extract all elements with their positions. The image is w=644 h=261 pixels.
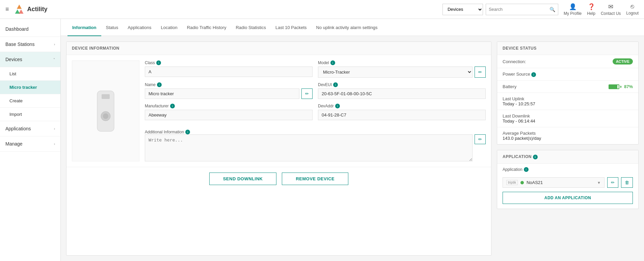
deveui-info-icon[interactable]: i <box>333 82 338 87</box>
sidebar-item-import[interactable]: Import <box>0 108 60 121</box>
remove-device-button[interactable]: REMOVE DEVICE <box>282 173 348 185</box>
deveui-field-group: DevEUI i <box>318 82 486 99</box>
search-type-dropdown[interactable]: Devices <box>442 4 483 15</box>
model-select[interactable]: Micro-Tracker <box>318 67 473 78</box>
battery-percentage: 87% <box>624 84 633 89</box>
model-info-icon[interactable]: i <box>330 60 335 65</box>
application-panel: APPLICATION i Application i triptik <box>497 150 639 209</box>
additional-info-label: Additional Information i <box>145 130 486 134</box>
app-select-row: triptik NoAS21 ▼ ✏ 🗑 <box>497 173 638 192</box>
search-button[interactable]: 🔍 <box>549 7 555 12</box>
manufacturer-devaddr-row: Manufacturer i DevAddr i <box>145 104 486 120</box>
additional-info-textarea[interactable] <box>145 134 473 161</box>
connection-row: Connection: ACTIVE <box>497 55 638 68</box>
deveui-input[interactable] <box>318 88 486 99</box>
app-edit-button[interactable]: ✏ <box>607 177 618 188</box>
last-downlink-value: Today - 06:14:44 <box>503 119 535 124</box>
sidebar-item-base-stations[interactable]: Base Stations › <box>0 37 60 52</box>
app-name-value: NoAS21 <box>527 180 543 185</box>
help-nav[interactable]: ❓ Help <box>587 3 595 16</box>
sidebar-item-create[interactable]: Create <box>0 94 60 108</box>
last-uplink-label: Last Uplink <box>503 96 535 101</box>
name-deveui-row: Name i ✏ <box>145 82 486 99</box>
last-uplink-value: Today - 10:25:57 <box>503 101 535 106</box>
main-area: Information Status Applications Location… <box>61 19 644 261</box>
battery-wrap: 87% <box>609 84 633 89</box>
tabs-bar: Information Status Applications Location… <box>61 19 644 36</box>
tab-status[interactable]: Status <box>101 19 123 36</box>
name-input-with-btn: ✏ <box>145 88 313 99</box>
class-label: Class i <box>145 60 313 65</box>
manufacturer-input[interactable] <box>145 110 313 120</box>
additional-info-wrap: ✏ <box>145 134 486 161</box>
power-source-label: Power Source i <box>503 72 536 77</box>
battery-row: Battery 87% <box>497 81 638 93</box>
power-source-info-icon[interactable]: i <box>531 72 536 77</box>
class-input[interactable] <box>145 67 313 77</box>
my-profile-nav[interactable]: 👤 My Profile <box>564 3 582 16</box>
application-panel-header: APPLICATION i <box>497 150 638 164</box>
model-label: Model i <box>318 60 486 65</box>
my-profile-label: My Profile <box>564 11 582 16</box>
device-image <box>92 89 119 133</box>
devaddr-input[interactable] <box>318 110 486 120</box>
device-image-area <box>72 60 139 161</box>
app-logo-text: triptik <box>506 180 518 185</box>
name-edit-button[interactable]: ✏ <box>301 88 313 99</box>
avg-packets-value: 143.0 packet(s)/day <box>503 136 541 141</box>
last-downlink-detail: Last Downlink Today - 06:14:44 <box>503 113 535 124</box>
add-application-button[interactable]: ADD AN APPLICATION <box>503 192 633 204</box>
menu-icon[interactable]: ≡ <box>5 6 9 13</box>
tab-applications[interactable]: Applications <box>123 19 156 36</box>
additional-info-edit-button[interactable]: ✏ <box>475 134 486 144</box>
sidebar: Dashboard Base Stations › Devices ˅ List… <box>0 19 61 261</box>
svg-marker-2 <box>19 9 23 14</box>
sidebar-item-dashboard[interactable]: Dashboard <box>0 22 60 37</box>
devaddr-info-icon[interactable]: i <box>335 104 340 108</box>
connection-label: Connection: <box>503 59 526 64</box>
app-label-info-icon[interactable]: i <box>524 167 529 172</box>
sidebar-item-list[interactable]: List <box>0 67 60 81</box>
battery-body <box>609 84 619 89</box>
search-input[interactable] <box>489 7 549 12</box>
help-icon: ❓ <box>588 3 595 10</box>
sidebar-item-manage[interactable]: Manage › <box>0 136 60 152</box>
header-nav: 👤 My Profile ❓ Help ✉ Contact Us ⎋ Logou… <box>564 3 639 16</box>
additional-info-icon[interactable]: i <box>185 130 190 134</box>
tab-last-10-packets[interactable]: Last 10 Packets <box>271 19 312 36</box>
tab-radio-statistics[interactable]: Radio Statistics <box>231 19 271 36</box>
devaddr-field-group: DevAddr i <box>318 104 486 120</box>
tab-radio-traffic-history[interactable]: Radio Traffic History <box>182 19 231 36</box>
contact-us-label: Contact Us <box>601 11 621 16</box>
sidebar-item-create-label: Create <box>9 98 23 103</box>
manufacturer-info-icon[interactable]: i <box>170 104 175 108</box>
send-downlink-button[interactable]: SEND DOWNLINK <box>209 173 277 185</box>
class-info-icon[interactable]: i <box>156 60 161 65</box>
logout-nav[interactable]: ⎋ Logout <box>626 3 639 16</box>
model-edit-button[interactable]: ✏ <box>475 67 486 78</box>
tab-location[interactable]: Location <box>156 19 182 36</box>
name-info-icon[interactable]: i <box>157 82 162 87</box>
svg-point-6 <box>103 113 108 119</box>
sidebar-item-list-label: List <box>9 71 16 76</box>
tab-no-uplink[interactable]: No uplink activity alarm settings <box>312 19 382 36</box>
sidebar-item-devices[interactable]: Devices ˅ <box>0 52 60 67</box>
tab-information[interactable]: Information <box>68 19 101 36</box>
app-chevron-down-icon[interactable]: ▼ <box>597 181 601 185</box>
application-info-icon[interactable]: i <box>533 155 538 159</box>
sidebar-item-import-label: Import <box>9 112 22 117</box>
battery-tip <box>620 86 621 88</box>
contact-us-nav[interactable]: ✉ Contact Us <box>601 3 621 16</box>
svg-marker-0 <box>17 4 21 9</box>
help-label: Help <box>587 11 595 16</box>
app-select-inner: triptik NoAS21 ▼ <box>503 177 605 188</box>
device-info-grid: Class i Model i <box>72 60 486 161</box>
layout: Dashboard Base Stations › Devices ˅ List… <box>0 19 644 261</box>
name-input[interactable] <box>145 88 299 99</box>
sidebar-item-applications[interactable]: Applications › <box>0 121 60 136</box>
sidebar-item-micro-tracker[interactable]: Micro tracker <box>0 81 60 94</box>
action-buttons: SEND DOWNLINK REMOVE DEVICE <box>66 167 491 190</box>
last-downlink-label: Last Downlink <box>503 113 535 119</box>
search-input-wrap: 🔍 <box>486 4 558 15</box>
app-delete-button[interactable]: 🗑 <box>621 177 633 188</box>
